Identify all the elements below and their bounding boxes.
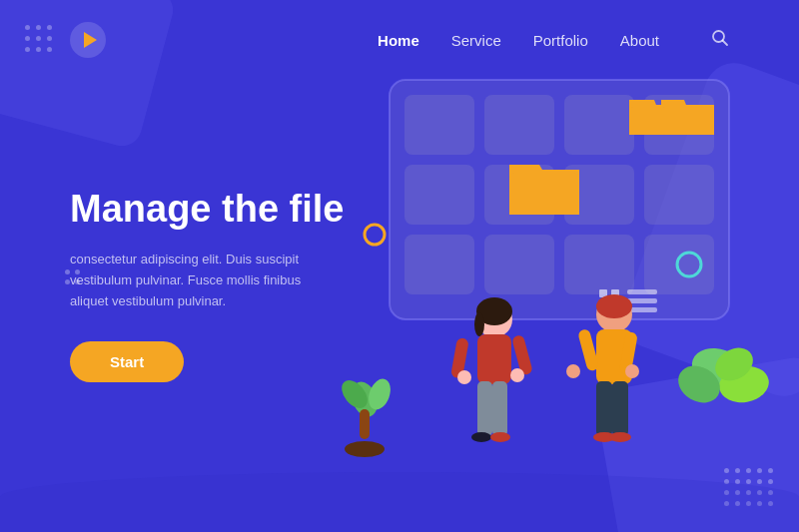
svg-point-48: [457, 370, 471, 384]
svg-rect-54: [612, 381, 628, 436]
svg-point-60: [625, 364, 639, 378]
nav-link-about[interactable]: About: [620, 32, 659, 49]
svg-point-45: [490, 432, 510, 442]
svg-rect-42: [477, 381, 492, 436]
nav-link-home[interactable]: Home: [378, 32, 419, 49]
start-button[interactable]: Start: [70, 341, 184, 382]
nav-link-portfolio[interactable]: Portfolio: [533, 32, 588, 49]
svg-point-44: [471, 432, 491, 442]
svg-point-40: [474, 312, 484, 336]
svg-rect-24: [627, 289, 657, 294]
svg-point-49: [510, 368, 524, 382]
logo-icon: [70, 22, 106, 58]
svg-rect-13: [404, 235, 474, 294]
svg-rect-16: [644, 235, 714, 294]
svg-rect-19: [661, 107, 714, 135]
svg-rect-7: [564, 95, 634, 155]
hero-section: Manage the file consectetur adipiscing e…: [0, 80, 799, 459]
svg-line-3: [723, 41, 728, 46]
hero-illustration: [310, 70, 769, 469]
search-icon: [711, 29, 729, 47]
svg-rect-41: [477, 334, 511, 384]
nav-link-service[interactable]: Service: [451, 32, 501, 49]
svg-rect-25: [627, 298, 657, 303]
svg-rect-15: [564, 235, 634, 294]
svg-rect-43: [492, 381, 507, 436]
svg-point-59: [566, 364, 580, 378]
svg-rect-17: [509, 173, 579, 215]
page-wrapper: Home Service Portfolio About Manage the …: [0, 0, 799, 532]
hero-description: consectetur adipiscing elit. Duis suscip…: [70, 250, 310, 311]
svg-rect-6: [484, 95, 554, 155]
svg-point-56: [609, 432, 631, 442]
wave-bottom: [0, 472, 799, 532]
svg-rect-12: [644, 165, 714, 225]
search-icon-wrapper[interactable]: [711, 29, 729, 51]
svg-rect-53: [596, 381, 612, 436]
svg-rect-9: [404, 165, 474, 225]
illustration-svg: [310, 70, 769, 469]
svg-point-33: [345, 441, 385, 457]
logo[interactable]: [70, 22, 106, 58]
svg-point-51: [596, 294, 632, 318]
nav-links: Home Service Portfolio About: [378, 29, 729, 51]
svg-rect-5: [404, 95, 474, 155]
navbar: Home Service Portfolio About: [0, 0, 799, 80]
svg-point-28: [365, 225, 385, 245]
svg-rect-14: [484, 235, 554, 294]
svg-rect-32: [360, 409, 370, 439]
